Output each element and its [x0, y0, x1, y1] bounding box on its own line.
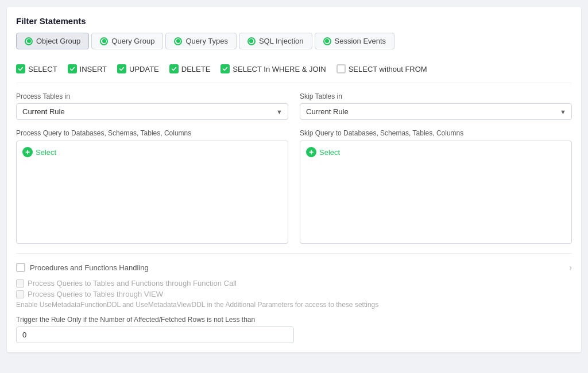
view-label: Process Queries to Tables through VIEW [28, 290, 163, 298]
procedures-left: Procedures and Functions Handling [16, 263, 149, 272]
process-query-select-label: Select [36, 148, 56, 157]
tab-radio-query-group [100, 37, 108, 45]
process-tables-col: Process Tables in Current Rule All Rules… [16, 92, 288, 120]
function-call-option: Process Queries to Tables and Functions … [16, 279, 572, 287]
tab-radio-object-group [25, 37, 33, 45]
view-checkbox [16, 290, 24, 298]
checkbox-label-select-in-where: SELECT In WHERE & JOIN [233, 65, 326, 73]
procedures-label: Procedures and Functions Handling [30, 263, 149, 272]
procedures-chevron-icon[interactable]: › [569, 263, 572, 272]
hint-text: Enable UseMetadataFunctionDDL and UseMet… [16, 301, 572, 309]
skip-tables-select[interactable]: Current Rule All Rules [300, 103, 572, 120]
trigger-input[interactable] [16, 327, 294, 343]
skip-query-select-btn[interactable]: + Select [306, 147, 566, 157]
checkbox-delete[interactable]: DELETE [169, 64, 211, 73]
tab-label-query-types: Query Types [185, 37, 227, 45]
page-title: Filter Statements [16, 16, 572, 26]
tab-query-types[interactable]: Query Types [165, 33, 236, 49]
checkbox-label-insert: INSERT [80, 65, 107, 73]
checkbox-icon-select-in-where [220, 64, 230, 73]
checkbox-icon-delete [169, 64, 179, 73]
checkbox-icon-select [16, 64, 25, 73]
checkbox-label-delete: DELETE [181, 65, 211, 73]
tab-label-object-group: Object Group [36, 37, 80, 45]
trigger-label: Trigger the Rule Only if the Number of A… [16, 316, 572, 324]
process-query-box: + Select [16, 141, 288, 244]
process-query-plus-icon: + [22, 147, 33, 157]
tabs-row: Object Group Query Group Query Types SQL… [16, 33, 572, 49]
process-query-select-btn[interactable]: + Select [22, 147, 282, 157]
checkbox-select-without-from[interactable]: SELECT without FROM [336, 64, 427, 73]
checkbox-icon-update [117, 64, 126, 73]
checkbox-icon-insert [68, 64, 77, 73]
checkbox-update[interactable]: UPDATE [117, 64, 159, 73]
tab-query-group[interactable]: Query Group [91, 33, 163, 49]
checkbox-select-in-where[interactable]: SELECT In WHERE & JOIN [220, 64, 326, 73]
tab-label-sql-injection: SQL Injection [259, 37, 304, 45]
process-tables-label: Process Tables in [16, 92, 288, 100]
tab-radio-session-events [323, 37, 331, 45]
skip-query-label: Skip Query to Databases, Schemas, Tables… [300, 129, 572, 137]
procedures-checkbox-icon[interactable] [16, 263, 25, 272]
process-tables-select[interactable]: Current Rule All Rules [16, 103, 288, 120]
checkbox-icon-select-without-from [336, 64, 346, 73]
checkbox-label-select: SELECT [28, 65, 57, 73]
skip-tables-select-wrapper: Current Rule All Rules ▼ [300, 103, 572, 120]
query-boxes: Process Query to Databases, Schemas, Tab… [16, 129, 572, 244]
function-call-label: Process Queries to Tables and Functions … [28, 279, 237, 287]
function-call-checkbox [16, 279, 24, 287]
skip-query-col: Skip Query to Databases, Schemas, Tables… [300, 129, 572, 244]
tab-label-session-events: Session Events [335, 37, 386, 45]
checkbox-select[interactable]: SELECT [16, 64, 57, 73]
tab-radio-query-types [174, 37, 182, 45]
skip-tables-col: Skip Tables in Current Rule All Rules ▼ [300, 92, 572, 120]
skip-query-select-label: Select [319, 148, 340, 157]
tables-dropdowns: Process Tables in Current Rule All Rules… [16, 92, 572, 120]
process-query-label: Process Query to Databases, Schemas, Tab… [16, 129, 288, 137]
checkbox-insert[interactable]: INSERT [68, 64, 107, 73]
checkboxes-row: SELECT INSERT UPDATE DELETE [16, 59, 572, 83]
skip-query-box: + Select [300, 141, 572, 244]
checkbox-label-update: UPDATE [129, 65, 159, 73]
tab-label-query-group: Query Group [111, 37, 154, 45]
tab-radio-sql-injection [247, 37, 256, 45]
tab-object-group[interactable]: Object Group [16, 33, 89, 49]
tab-sql-injection[interactable]: SQL Injection [239, 33, 312, 49]
skip-query-plus-icon: + [306, 147, 316, 157]
section-divider [16, 253, 572, 254]
process-tables-select-wrapper: Current Rule All Rules ▼ [16, 103, 288, 120]
process-query-col: Process Query to Databases, Schemas, Tab… [16, 129, 288, 244]
checkbox-label-select-without-from: SELECT without FROM [349, 65, 427, 73]
tab-session-events[interactable]: Session Events [315, 33, 395, 49]
procedures-row: Procedures and Functions Handling › [16, 258, 572, 277]
skip-tables-label: Skip Tables in [300, 92, 572, 100]
view-option: Process Queries to Tables through VIEW [16, 290, 572, 298]
